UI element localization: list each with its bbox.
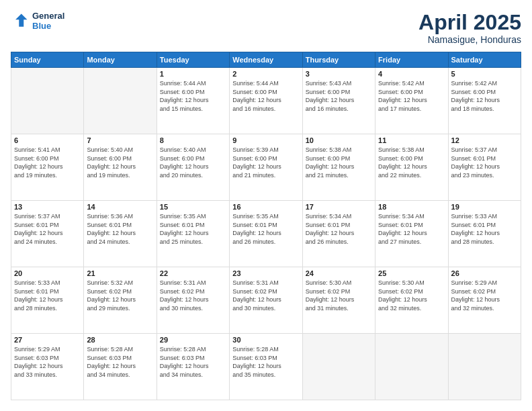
calendar-cell: 12Sunrise: 5:37 AM Sunset: 6:01 PM Dayli… [448, 134, 521, 201]
weekday-header: Saturday [448, 52, 521, 68]
weekday-header: Wednesday [230, 52, 302, 68]
day-number: 10 [306, 136, 372, 144]
calendar-cell [302, 334, 375, 400]
day-info: Sunrise: 5:37 AM Sunset: 6:01 PM Dayligh… [451, 146, 518, 179]
calendar-week-row: 27Sunrise: 5:29 AM Sunset: 6:03 PM Dayli… [11, 334, 521, 400]
day-number: 11 [378, 136, 445, 144]
day-info: Sunrise: 5:32 AM Sunset: 6:02 PM Dayligh… [87, 279, 153, 312]
day-number: 20 [14, 269, 81, 277]
calendar-cell: 10Sunrise: 5:38 AM Sunset: 6:00 PM Dayli… [302, 134, 375, 201]
day-number: 2 [232, 70, 299, 78]
logo-icon [11, 11, 30, 30]
weekday-header: Thursday [302, 52, 375, 68]
day-info: Sunrise: 5:40 AM Sunset: 6:00 PM Dayligh… [160, 146, 226, 179]
day-info: Sunrise: 5:44 AM Sunset: 6:00 PM Dayligh… [160, 79, 226, 113]
calendar-table: SundayMondayTuesdayWednesdayThursdayFrid… [11, 52, 521, 400]
day-number: 17 [306, 203, 372, 211]
day-info: Sunrise: 5:38 AM Sunset: 6:00 PM Dayligh… [306, 146, 372, 179]
day-info: Sunrise: 5:35 AM Sunset: 6:01 PM Dayligh… [232, 212, 299, 246]
calendar-cell: 28Sunrise: 5:28 AM Sunset: 6:03 PM Dayli… [84, 334, 157, 400]
calendar-cell: 23Sunrise: 5:31 AM Sunset: 6:02 PM Dayli… [230, 267, 302, 334]
logo: General Blue [11, 11, 64, 31]
calendar-cell: 2Sunrise: 5:44 AM Sunset: 6:00 PM Daylig… [230, 68, 302, 134]
day-info: Sunrise: 5:42 AM Sunset: 6:00 PM Dayligh… [451, 79, 518, 113]
day-number: 27 [14, 336, 81, 344]
day-info: Sunrise: 5:31 AM Sunset: 6:02 PM Dayligh… [160, 279, 226, 312]
day-number: 5 [451, 70, 518, 78]
calendar-cell [375, 334, 448, 400]
day-info: Sunrise: 5:43 AM Sunset: 6:00 PM Dayligh… [306, 79, 372, 113]
month-title: April 2025 [418, 11, 521, 34]
calendar-week-row: 6Sunrise: 5:41 AM Sunset: 6:00 PM Daylig… [11, 134, 521, 201]
calendar-cell: 17Sunrise: 5:34 AM Sunset: 6:01 PM Dayli… [302, 201, 375, 267]
day-info: Sunrise: 5:31 AM Sunset: 6:02 PM Dayligh… [232, 279, 299, 312]
weekday-header-row: SundayMondayTuesdayWednesdayThursdayFrid… [11, 52, 521, 68]
day-info: Sunrise: 5:34 AM Sunset: 6:01 PM Dayligh… [306, 212, 372, 246]
calendar-cell: 9Sunrise: 5:39 AM Sunset: 6:00 PM Daylig… [230, 134, 302, 201]
calendar-cell: 3Sunrise: 5:43 AM Sunset: 6:00 PM Daylig… [302, 68, 375, 134]
page: General Blue April 2025 Namasigue, Hondu… [0, 0, 532, 411]
day-number: 7 [87, 136, 153, 144]
day-number: 1 [160, 70, 226, 78]
day-number: 14 [87, 203, 153, 211]
svg-marker-0 [15, 14, 28, 27]
day-number: 16 [232, 203, 299, 211]
calendar-cell: 22Sunrise: 5:31 AM Sunset: 6:02 PM Dayli… [157, 267, 229, 334]
day-info: Sunrise: 5:34 AM Sunset: 6:01 PM Dayligh… [378, 212, 445, 246]
calendar-cell: 27Sunrise: 5:29 AM Sunset: 6:03 PM Dayli… [11, 334, 84, 400]
calendar-week-row: 1Sunrise: 5:44 AM Sunset: 6:00 PM Daylig… [11, 68, 521, 134]
calendar-cell: 19Sunrise: 5:33 AM Sunset: 6:01 PM Dayli… [448, 201, 521, 267]
day-number: 6 [14, 136, 81, 144]
calendar-cell: 29Sunrise: 5:28 AM Sunset: 6:03 PM Dayli… [157, 334, 229, 400]
day-number: 25 [378, 269, 445, 277]
day-info: Sunrise: 5:40 AM Sunset: 6:00 PM Dayligh… [87, 146, 153, 179]
day-info: Sunrise: 5:41 AM Sunset: 6:00 PM Dayligh… [14, 146, 81, 179]
day-info: Sunrise: 5:35 AM Sunset: 6:01 PM Dayligh… [160, 212, 226, 246]
day-number: 4 [378, 70, 445, 78]
calendar-cell: 7Sunrise: 5:40 AM Sunset: 6:00 PM Daylig… [84, 134, 157, 201]
calendar-cell [11, 68, 84, 134]
day-number: 18 [378, 203, 445, 211]
calendar-cell: 15Sunrise: 5:35 AM Sunset: 6:01 PM Dayli… [157, 201, 229, 267]
calendar-cell: 25Sunrise: 5:30 AM Sunset: 6:02 PM Dayli… [375, 267, 448, 334]
calendar-cell: 16Sunrise: 5:35 AM Sunset: 6:01 PM Dayli… [230, 201, 302, 267]
day-info: Sunrise: 5:37 AM Sunset: 6:01 PM Dayligh… [14, 212, 81, 246]
calendar-cell: 11Sunrise: 5:38 AM Sunset: 6:00 PM Dayli… [375, 134, 448, 201]
day-info: Sunrise: 5:28 AM Sunset: 6:03 PM Dayligh… [160, 345, 226, 379]
calendar-cell: 26Sunrise: 5:29 AM Sunset: 6:02 PM Dayli… [448, 267, 521, 334]
day-number: 26 [451, 269, 518, 277]
day-number: 12 [451, 136, 518, 144]
day-info: Sunrise: 5:42 AM Sunset: 6:00 PM Dayligh… [378, 79, 445, 113]
calendar-cell: 14Sunrise: 5:36 AM Sunset: 6:01 PM Dayli… [84, 201, 157, 267]
day-number: 15 [160, 203, 226, 211]
day-number: 28 [87, 336, 153, 344]
calendar-cell: 24Sunrise: 5:30 AM Sunset: 6:02 PM Dayli… [302, 267, 375, 334]
weekday-header: Friday [375, 52, 448, 68]
day-info: Sunrise: 5:44 AM Sunset: 6:00 PM Dayligh… [232, 79, 299, 113]
title-area: April 2025 Namasigue, Honduras [418, 11, 521, 45]
calendar-week-row: 13Sunrise: 5:37 AM Sunset: 6:01 PM Dayli… [11, 201, 521, 267]
day-info: Sunrise: 5:39 AM Sunset: 6:00 PM Dayligh… [232, 146, 299, 179]
day-info: Sunrise: 5:33 AM Sunset: 6:01 PM Dayligh… [14, 279, 81, 312]
day-info: Sunrise: 5:30 AM Sunset: 6:02 PM Dayligh… [306, 279, 372, 312]
calendar-cell [448, 334, 521, 400]
day-number: 13 [14, 203, 81, 211]
day-info: Sunrise: 5:38 AM Sunset: 6:00 PM Dayligh… [378, 146, 445, 179]
day-number: 21 [87, 269, 153, 277]
calendar-week-row: 20Sunrise: 5:33 AM Sunset: 6:01 PM Dayli… [11, 267, 521, 334]
calendar-cell: 20Sunrise: 5:33 AM Sunset: 6:01 PM Dayli… [11, 267, 84, 334]
logo-text: General Blue [32, 11, 64, 31]
day-number: 8 [160, 136, 226, 144]
day-number: 29 [160, 336, 226, 344]
day-info: Sunrise: 5:36 AM Sunset: 6:01 PM Dayligh… [87, 212, 153, 246]
weekday-header: Monday [84, 52, 157, 68]
header: General Blue April 2025 Namasigue, Hondu… [11, 11, 521, 45]
calendar-cell: 6Sunrise: 5:41 AM Sunset: 6:00 PM Daylig… [11, 134, 84, 201]
day-info: Sunrise: 5:30 AM Sunset: 6:02 PM Dayligh… [378, 279, 445, 312]
weekday-header: Tuesday [157, 52, 229, 68]
day-number: 22 [160, 269, 226, 277]
calendar-cell: 8Sunrise: 5:40 AM Sunset: 6:00 PM Daylig… [157, 134, 229, 201]
location: Namasigue, Honduras [418, 34, 521, 45]
day-info: Sunrise: 5:28 AM Sunset: 6:03 PM Dayligh… [232, 345, 299, 379]
day-info: Sunrise: 5:28 AM Sunset: 6:03 PM Dayligh… [87, 345, 153, 379]
